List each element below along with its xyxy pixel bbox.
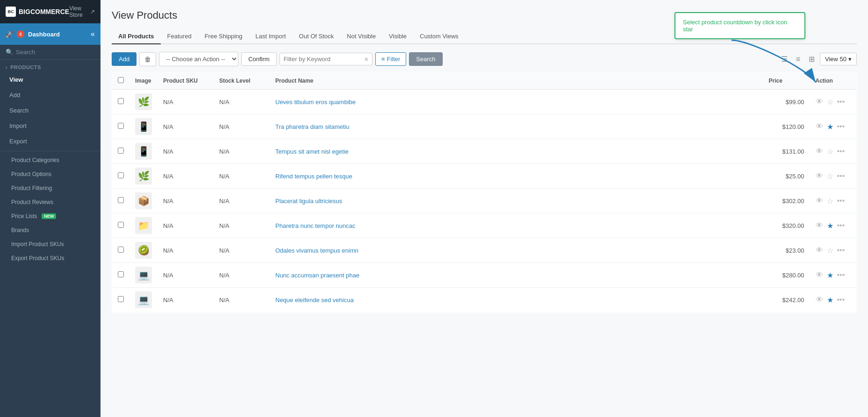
- filter-clear-button[interactable]: ×: [365, 56, 368, 63]
- sidebar-nav-export[interactable]: Export: [0, 134, 100, 149]
- row-sku-cell: N/A: [158, 263, 214, 288]
- collapse-icon[interactable]: «: [91, 30, 95, 38]
- row-checkbox[interactable]: [118, 172, 124, 178]
- filter-keyword-input[interactable]: [284, 56, 362, 63]
- tab-visible[interactable]: Visible: [382, 29, 413, 44]
- sidebar-item-product-filtering[interactable]: Product Filtering: [0, 181, 100, 195]
- sidebar-item-label-export: Export: [9, 138, 27, 145]
- tab-custom-views[interactable]: Custom Views: [413, 29, 465, 44]
- row-checkbox[interactable]: [118, 98, 124, 104]
- star-icon[interactable]: ☆: [827, 246, 833, 255]
- row-checkbox[interactable]: [118, 123, 124, 129]
- more-options-icon[interactable]: •••: [837, 271, 845, 279]
- delete-button[interactable]: 🗑: [139, 52, 156, 66]
- brand-logo: BC BIGCOMMERCE: [6, 7, 69, 17]
- search-button[interactable]: Search: [409, 52, 442, 66]
- star-icon[interactable]: ☆: [827, 172, 833, 181]
- tab-out-of-stock[interactable]: Out Of Stock: [293, 29, 340, 44]
- row-checkbox-cell: [112, 213, 130, 238]
- tab-last-import[interactable]: Last Import: [249, 29, 293, 44]
- sidebar-item-label: Import Product SKUs: [11, 241, 64, 247]
- table-row: 📱 N/A N/A Tra pharetra diam sitametiu $1…: [112, 114, 857, 139]
- star-icon[interactable]: ★: [827, 296, 833, 304]
- filter-button[interactable]: ≡ Filter: [375, 52, 406, 66]
- product-name-link[interactable]: Tra pharetra diam sitametiu: [275, 123, 349, 130]
- row-action-icons: 👁 ★ •••: [816, 122, 851, 131]
- product-name-link[interactable]: Pharetra nunc tempor nuncac: [275, 222, 355, 229]
- star-icon[interactable]: ☆: [827, 147, 833, 156]
- more-options-icon[interactable]: •••: [837, 246, 845, 254]
- tab-not-visible[interactable]: Not Visible: [340, 29, 382, 44]
- sidebar-item-import-skus[interactable]: Import Product SKUs: [0, 237, 100, 251]
- view-store-link[interactable]: View Store ↗: [69, 5, 95, 18]
- sidebar-item-export-skus[interactable]: Export Product SKUs: [0, 251, 100, 265]
- product-name-link[interactable]: Nunc accumsan praesent phae: [275, 272, 359, 279]
- sidebar-item-price-lists[interactable]: Price Lists NEW: [0, 209, 100, 223]
- select-all-checkbox[interactable]: [118, 77, 124, 83]
- row-checkbox[interactable]: [118, 271, 124, 277]
- sidebar-dashboard-item[interactable]: 🚀 2 Dashboard «: [0, 23, 100, 45]
- more-options-icon[interactable]: •••: [837, 296, 845, 304]
- product-name-link[interactable]: Odales vivamus tempus enimn: [275, 247, 359, 254]
- sidebar-nav-view[interactable]: View: [0, 72, 100, 87]
- star-icon[interactable]: ★: [827, 271, 833, 280]
- row-checkbox[interactable]: [118, 222, 124, 228]
- sidebar-item-brands[interactable]: Brands: [0, 223, 100, 237]
- row-action-cell: 👁 ☆ •••: [810, 139, 857, 164]
- product-name-link[interactable]: Tempus sit amet nisl egetie: [275, 148, 349, 155]
- view-narrow-lines-button[interactable]: ≡: [793, 53, 803, 66]
- sidebar-search[interactable]: 🔍 Search: [0, 45, 100, 60]
- product-name-link[interactable]: Rifend tempus pellen tesque: [275, 173, 352, 180]
- row-price-cell: $280.00: [763, 263, 810, 288]
- more-options-icon[interactable]: •••: [837, 221, 845, 230]
- new-badge: NEW: [42, 213, 56, 219]
- tab-featured[interactable]: Featured: [161, 29, 198, 44]
- row-price-cell: $131.00: [763, 139, 810, 164]
- visibility-icon[interactable]: 👁: [816, 147, 823, 155]
- more-options-icon[interactable]: •••: [837, 98, 845, 106]
- visibility-icon[interactable]: 👁: [816, 98, 823, 106]
- view-grid-button[interactable]: ⊞: [805, 52, 818, 66]
- star-icon[interactable]: ☆: [827, 197, 833, 205]
- visibility-icon[interactable]: 👁: [816, 172, 823, 180]
- row-checkbox[interactable]: [118, 247, 124, 253]
- visibility-icon[interactable]: 👁: [816, 122, 823, 131]
- more-options-icon[interactable]: •••: [837, 197, 845, 205]
- table-row: 🥝 N/A N/A Odales vivamus tempus enimn $2…: [112, 238, 857, 263]
- product-name-link[interactable]: Ueves tibulum eros quambibe: [275, 99, 356, 106]
- sidebar-item-product-reviews[interactable]: Product Reviews: [0, 195, 100, 209]
- row-checkbox[interactable]: [118, 148, 124, 154]
- row-sku-cell: N/A: [158, 139, 214, 164]
- confirm-button[interactable]: Confirm: [241, 52, 277, 66]
- tab-free-shipping[interactable]: Free Shipping: [198, 29, 249, 44]
- product-name-link[interactable]: Placerat ligula ultriciesus: [275, 198, 342, 205]
- star-icon[interactable]: ★: [827, 122, 833, 131]
- visibility-icon[interactable]: 👁: [816, 221, 823, 230]
- tab-all-products[interactable]: All Products: [112, 29, 161, 44]
- more-options-icon[interactable]: •••: [837, 147, 845, 155]
- more-options-icon[interactable]: •••: [837, 172, 845, 180]
- visibility-icon[interactable]: 👁: [816, 246, 823, 254]
- more-options-icon[interactable]: •••: [837, 122, 845, 131]
- sidebar-nav-import[interactable]: Import: [0, 118, 100, 134]
- row-checkbox[interactable]: [118, 296, 124, 302]
- visibility-icon[interactable]: 👁: [816, 271, 823, 279]
- sidebar-nav-search[interactable]: Search: [0, 103, 100, 118]
- star-icon[interactable]: ★: [827, 221, 833, 230]
- row-image-cell: 💻: [129, 288, 158, 312]
- visibility-icon[interactable]: 👁: [816, 296, 823, 304]
- table-row: 📱 N/A N/A Tempus sit amet nisl egetie $1…: [112, 139, 857, 164]
- star-icon[interactable]: ☆: [827, 98, 833, 106]
- product-name-link[interactable]: Neque eleifende sed vehicua: [275, 297, 354, 304]
- sidebar-item-product-options[interactable]: Product Options: [0, 167, 100, 181]
- sidebar-item-product-categories[interactable]: Product Categories: [0, 153, 100, 167]
- search-box[interactable]: 🔍 Search: [6, 49, 95, 56]
- view-count-button[interactable]: View 50 ▾: [820, 53, 857, 65]
- sidebar-nav-add[interactable]: Add: [0, 87, 100, 103]
- th-stock: Stock Level: [214, 72, 270, 90]
- visibility-icon[interactable]: 👁: [816, 197, 823, 205]
- view-wide-lines-button[interactable]: ☰: [778, 52, 791, 66]
- row-checkbox[interactable]: [118, 197, 124, 203]
- action-select[interactable]: -- Choose an Action --: [159, 52, 238, 66]
- add-button[interactable]: Add: [112, 52, 136, 66]
